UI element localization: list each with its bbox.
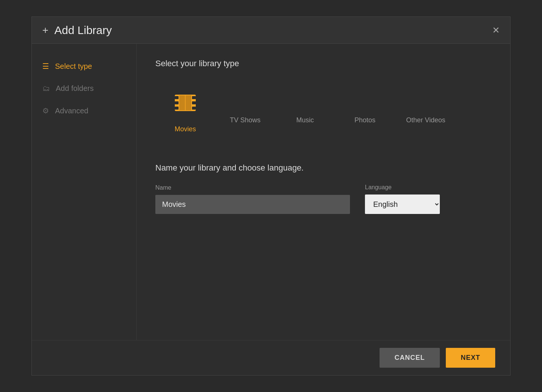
dialog-body: ☰ Select type 🗂 Add folders ⚙ Advanced S… (32, 44, 510, 340)
close-icon[interactable]: ✕ (492, 26, 500, 35)
language-select[interactable]: English French German Spanish Japanese C… (365, 195, 440, 214)
lib-type-music-label: Music (296, 116, 314, 124)
lib-type-tv-shows[interactable]: TV Shows (215, 83, 275, 141)
add-library-dialog: + Add Library ✕ ☰ Select type 🗂 Add fold… (31, 16, 511, 376)
sidebar-label-add-folders: Add folders (56, 84, 94, 93)
svg-rect-3 (175, 107, 179, 110)
svg-rect-2 (175, 101, 179, 104)
lib-type-movies-label: Movies (174, 125, 196, 133)
lib-type-other-videos-label: Other Videos (406, 116, 445, 124)
sidebar-label-advanced: Advanced (55, 107, 88, 115)
lib-type-movies[interactable]: Movies (155, 83, 215, 141)
library-type-chooser: Movies TV Shows (155, 83, 491, 141)
lib-type-other-videos[interactable]: Other Videos (395, 83, 457, 141)
next-button[interactable]: NEXT (446, 348, 495, 368)
menu-lines-icon: ☰ (42, 62, 49, 71)
title-area: + Add Library (42, 24, 112, 37)
sidebar-item-select-type[interactable]: ☰ Select type (32, 55, 136, 77)
folder-icon: 🗂 (42, 84, 50, 93)
dialog-title: Add Library (54, 24, 112, 37)
film-icon (173, 91, 197, 119)
dialog-footer: CANCEL NEXT (32, 340, 510, 375)
plus-icon: + (42, 25, 48, 36)
lib-type-photos[interactable]: Photos (335, 83, 395, 141)
library-type-heading: Select your library type (155, 59, 491, 68)
gear-icon: ⚙ (42, 106, 49, 115)
sidebar-item-add-folders[interactable]: 🗂 Add folders (32, 77, 136, 99)
name-section-title: Name your library and choose language. (155, 163, 491, 173)
dialog-header: + Add Library ✕ (32, 17, 510, 44)
sidebar-label-select-type: Select type (55, 62, 92, 71)
svg-rect-1 (175, 96, 179, 99)
name-form-group: Name (155, 184, 350, 214)
lib-type-tv-label: TV Shows (230, 116, 261, 124)
svg-rect-5 (192, 101, 196, 104)
form-row: Name Language English French German Span… (155, 184, 491, 214)
sidebar: ☰ Select type 🗂 Add folders ⚙ Advanced (32, 44, 137, 340)
lib-type-photos-label: Photos (354, 116, 375, 124)
language-label: Language (365, 184, 440, 191)
library-name-input[interactable] (155, 195, 350, 214)
name-label: Name (155, 184, 350, 191)
svg-rect-6 (192, 107, 196, 110)
sidebar-item-advanced[interactable]: ⚙ Advanced (32, 99, 136, 122)
language-form-group: Language English French German Spanish J… (365, 184, 440, 214)
main-content: Select your library type (137, 44, 510, 340)
svg-rect-4 (192, 96, 196, 99)
lib-type-music[interactable]: Music (275, 83, 335, 141)
cancel-button[interactable]: CANCEL (380, 348, 440, 368)
